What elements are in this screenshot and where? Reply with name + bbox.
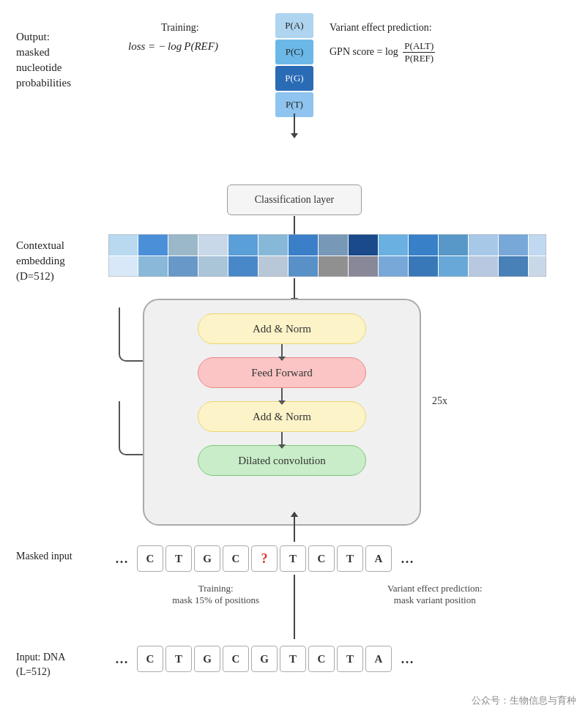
- input-cell-t2: T: [280, 646, 306, 672]
- add-norm-top-box: Add & Norm: [198, 313, 366, 344]
- variant-formula: GPN score = log P(ALT) P(REF): [330, 40, 435, 64]
- input-cell-a1: A: [365, 646, 392, 672]
- variant-numerator: P(ALT): [403, 40, 435, 53]
- svg-rect-21: [289, 256, 318, 277]
- svg-rect-27: [469, 256, 498, 277]
- svg-rect-6: [289, 234, 318, 256]
- masked-cell-t1: T: [165, 545, 192, 572]
- classification-box: Classification layer: [227, 184, 362, 215]
- svg-rect-14: [529, 234, 546, 256]
- svg-rect-17: [168, 256, 198, 277]
- svg-rect-12: [469, 234, 498, 256]
- embedding-heatmap: [108, 234, 546, 277]
- mid-label-row: Training: mask 15% of positions Variant …: [108, 583, 546, 606]
- training-mid-label: Training: mask 15% of positions: [172, 583, 259, 606]
- svg-rect-25: [409, 256, 438, 277]
- dilated-conv-box: Dilated convolution: [198, 445, 366, 476]
- masked-input-label: Masked input: [16, 551, 72, 562]
- masked-cell-c2: C: [223, 545, 249, 572]
- masked-dots-right: …: [394, 545, 420, 572]
- svg-rect-23: [349, 256, 378, 277]
- input-cell-c2: C: [223, 646, 249, 672]
- contextual-label: Contextual embedding (D=512): [16, 238, 65, 284]
- svg-rect-16: [138, 256, 168, 277]
- training-formula: loss = − log P(REF): [128, 40, 218, 53]
- svg-rect-20: [258, 256, 288, 277]
- prob-bar-pa: P(A): [275, 13, 313, 38]
- variant-fraction: P(ALT) P(REF): [403, 40, 435, 64]
- watermark: 公众号：生物信息与育种: [472, 694, 576, 707]
- svg-rect-29: [529, 256, 546, 277]
- arrow-dilated-to-addnorm: [281, 432, 283, 445]
- masked-cell-t2: T: [280, 545, 306, 572]
- svg-rect-8: [349, 234, 378, 256]
- masked-cell-g1: G: [194, 545, 220, 572]
- transformer-block: Add & Norm Feed Forward Add & Norm Dilat…: [143, 299, 421, 526]
- input-dots-left: …: [108, 646, 135, 672]
- training-label: Training:: [161, 22, 199, 34]
- input-dna-row: … C T G C G T C T A …: [108, 646, 420, 672]
- input-dna-label: Input: DNA (L=512): [16, 650, 65, 679]
- svg-rect-5: [258, 234, 288, 256]
- svg-rect-28: [499, 256, 528, 277]
- prob-bars: P(A) P(C) P(G) P(T): [275, 13, 313, 117]
- arrow-addnorm-to-ff: [281, 388, 283, 401]
- input-cell-g2: G: [251, 646, 278, 672]
- svg-rect-0: [108, 234, 138, 256]
- svg-rect-13: [499, 234, 528, 256]
- input-cell-c3: C: [308, 646, 335, 672]
- input-cell-t3: T: [337, 646, 363, 672]
- arrow-ff-to-addnorm: [281, 344, 283, 357]
- svg-rect-2: [168, 234, 198, 256]
- svg-rect-15: [108, 256, 138, 277]
- masked-cell-t3: T: [337, 545, 363, 572]
- svg-rect-7: [319, 234, 348, 256]
- output-label: Output: masked nucleotide probabilities: [16, 29, 71, 91]
- svg-rect-1: [138, 234, 168, 256]
- svg-rect-18: [198, 256, 228, 277]
- masked-cell-c1: C: [137, 545, 163, 572]
- feed-forward-box: Feed Forward: [198, 357, 366, 388]
- svg-rect-10: [409, 234, 438, 256]
- masked-input-row: … C T G C ? T C T A …: [108, 545, 420, 572]
- arrow-embed-to-block: [294, 278, 295, 299]
- variant-denominator: P(REF): [403, 53, 435, 64]
- repeat-label: 25x: [432, 395, 447, 407]
- masked-cell-question: ?: [251, 545, 278, 572]
- masked-cell-c3: C: [308, 545, 335, 572]
- diagram-container: Output: masked nucleotide probabilities …: [0, 0, 588, 716]
- arrow-prob-to-class: [294, 113, 295, 134]
- arrow-rows-svg: [290, 575, 299, 639]
- svg-rect-26: [439, 256, 468, 277]
- svg-rect-11: [439, 234, 468, 256]
- input-cell-c1: C: [137, 646, 163, 672]
- svg-rect-3: [198, 234, 228, 256]
- variant-label: Variant effect prediction:: [330, 22, 432, 34]
- masked-dots-left: …: [108, 545, 135, 572]
- add-norm-bottom-box: Add & Norm: [198, 401, 366, 432]
- arrow-class-to-embed: [294, 216, 295, 235]
- masked-cell-a1: A: [365, 545, 392, 572]
- svg-rect-24: [379, 256, 408, 277]
- svg-rect-4: [228, 234, 258, 256]
- input-dots-right: …: [394, 646, 420, 672]
- svg-rect-19: [228, 256, 258, 277]
- prob-bar-pg: P(G): [275, 66, 313, 91]
- svg-rect-9: [379, 234, 408, 256]
- svg-rect-22: [319, 256, 348, 277]
- input-cell-g1: G: [194, 646, 220, 672]
- prob-bar-pc: P(C): [275, 40, 313, 64]
- arrow-input-to-block: [294, 516, 295, 542]
- input-cell-t1: T: [165, 646, 192, 672]
- variant-mid-label: Variant effect prediction: mask variant …: [387, 583, 483, 606]
